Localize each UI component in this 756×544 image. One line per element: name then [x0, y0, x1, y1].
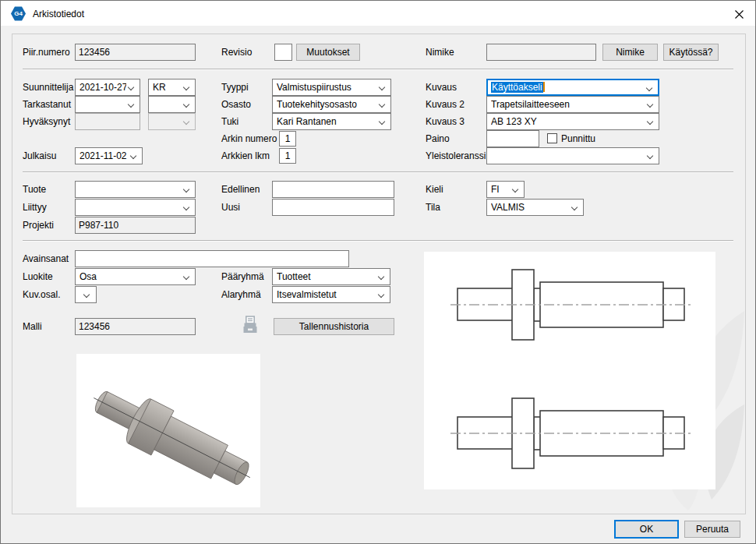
kuvaus-label: Kuvaus [426, 82, 457, 93]
arkkien-lkm-label: Arkkien lkm [221, 150, 270, 161]
tila-label: Tila [426, 202, 440, 213]
nimike-label: Nimike [426, 47, 454, 58]
kuvaus2-label: Kuvaus 2 [426, 99, 465, 110]
avainsanat-input[interactable] [75, 250, 349, 267]
chevron-down-icon [128, 101, 134, 108]
chevron-down-icon [130, 153, 136, 159]
punnittu-checkbox[interactable] [547, 133, 557, 143]
tuote-label: Tuote [23, 184, 46, 195]
liittyy-label: Liittyy [23, 202, 47, 213]
chevron-down-icon [128, 84, 134, 90]
shaft-drawing-image [424, 252, 715, 489]
chevron-down-icon [512, 186, 518, 193]
kuv-osal-label: Kuv.osal. [23, 289, 60, 300]
tuki-combo[interactable]: Kari Rantanen [272, 113, 391, 130]
hyvaksynyt-label: Hyväksynyt [23, 116, 70, 127]
hyvaksynyt-initials-combo [148, 113, 196, 130]
arkin-numero-input[interactable] [279, 131, 296, 147]
paaryhma-label: Pääryhmä [221, 271, 264, 282]
g4-app-icon: G4 [11, 6, 26, 21]
model-3d-preview [76, 354, 260, 507]
chevron-down-icon [378, 274, 384, 280]
kuv-osal-combo[interactable] [75, 286, 97, 303]
alaryhma-label: Alaryhmä [221, 289, 261, 300]
arkin-numero-label: Arkin numero [221, 133, 277, 144]
tuki-label: Tuki [221, 116, 238, 127]
paaryhma-combo[interactable]: Tuotteet [272, 268, 390, 285]
hyvaksynyt-date-input [75, 113, 140, 130]
alaryhma-combo[interactable]: Itsevalmistetut [272, 286, 390, 303]
kieli-combo[interactable]: FI [486, 181, 525, 198]
arkkien-lkm-input[interactable] [279, 148, 296, 164]
muutokset-button[interactable]: Muutokset [296, 44, 360, 61]
osasto-combo[interactable]: Tuotekehitysosasto [272, 96, 391, 113]
kuvaus3-combo[interactable]: AB 123 XY [486, 113, 659, 130]
chevron-down-icon [379, 101, 385, 108]
yleistoleranssi-label: Yleistoleranssi [426, 150, 486, 161]
selected-text: Käyttöakseli [491, 82, 543, 93]
chevron-down-icon [571, 204, 578, 210]
edellinen-input[interactable] [272, 181, 394, 198]
uusi-label: Uusi [221, 202, 240, 213]
chevron-down-icon [646, 85, 652, 91]
print-icon[interactable] [242, 316, 259, 337]
chevron-down-icon [183, 274, 189, 280]
malli-input[interactable] [75, 318, 196, 335]
suunnittelija-label: Suunnittelija [23, 82, 73, 93]
piir-numero-input[interactable] [75, 44, 196, 61]
paino-input[interactable] [486, 130, 539, 147]
close-icon[interactable] [732, 7, 746, 21]
tila-combo[interactable]: VALMIS [486, 199, 584, 216]
revisio-input[interactable] [274, 44, 292, 61]
suunnittelija-initials-combo[interactable]: KR [148, 79, 196, 96]
osasto-label: Osasto [221, 99, 251, 110]
ok-button[interactable]: OK [614, 520, 679, 539]
kuvaus3-label: Kuvaus 3 [426, 116, 465, 127]
chevron-down-icon [183, 204, 189, 210]
yleistoleranssi-combo[interactable] [486, 147, 659, 164]
malli-label: Malli [23, 321, 42, 332]
julkaisu-label: Julkaisu [23, 150, 56, 161]
punnittu-label: Punnittu [561, 133, 595, 144]
nimike-input[interactable] [486, 44, 596, 61]
tuote-combo[interactable] [75, 181, 196, 198]
window-title: Arkistotiedot [33, 9, 84, 19]
chevron-down-icon [183, 118, 189, 125]
piir-numero-label: Piir.numero [23, 47, 70, 58]
chevron-down-icon [647, 118, 653, 125]
separator [23, 171, 733, 172]
luokite-combo[interactable]: Osa [75, 268, 196, 285]
chevron-down-icon [647, 101, 653, 108]
chevron-down-icon [378, 291, 384, 298]
tallennushistoria-button[interactable]: Tallennushistoria [274, 318, 394, 335]
cancel-button[interactable]: Peruuta [684, 521, 740, 538]
chevron-down-icon [647, 153, 653, 159]
luokite-label: Luokite [23, 271, 53, 282]
liittyy-combo[interactable] [75, 199, 196, 216]
arkistotiedot-dialog: G4 Arkistotiedot Piir.numero Revisio Muu… [0, 0, 756, 544]
edellinen-label: Edellinen [221, 184, 260, 195]
kuvaus2-combo[interactable]: Trapetsilaitteeseen [486, 96, 659, 113]
tyyppi-combo[interactable]: Valmistuspiirustus [272, 79, 391, 96]
suunnittelija-date-combo[interactable]: 2021-10-27 [75, 79, 140, 96]
chevron-down-icon [183, 84, 189, 90]
nimike-button[interactable]: Nimike [602, 44, 658, 61]
chevron-down-icon [183, 186, 189, 193]
projekti-label: Projekti [23, 220, 54, 231]
revisio-label: Revisio [221, 47, 252, 58]
chevron-down-icon [379, 84, 385, 90]
uusi-input[interactable] [272, 199, 394, 216]
tarkastanut-date-combo[interactable] [75, 96, 140, 113]
chevron-down-icon [83, 291, 90, 298]
tyyppi-label: Tyyppi [221, 82, 249, 93]
tarkastanut-initials-combo[interactable] [148, 96, 196, 113]
avainsanat-label: Avainsanat [23, 253, 69, 264]
kaytossa-button[interactable]: Käytössä? [663, 44, 719, 61]
projekti-input[interactable] [75, 217, 196, 234]
tarkastanut-label: Tarkastanut [23, 99, 71, 110]
separator [23, 240, 733, 241]
kuvaus-combo[interactable]: Käyttöakseli [486, 79, 659, 96]
titlebar: G4 Arkistotiedot [1, 1, 755, 26]
text-caret [543, 82, 545, 92]
julkaisu-date-combo[interactable]: 2021-11-02 [75, 147, 143, 164]
